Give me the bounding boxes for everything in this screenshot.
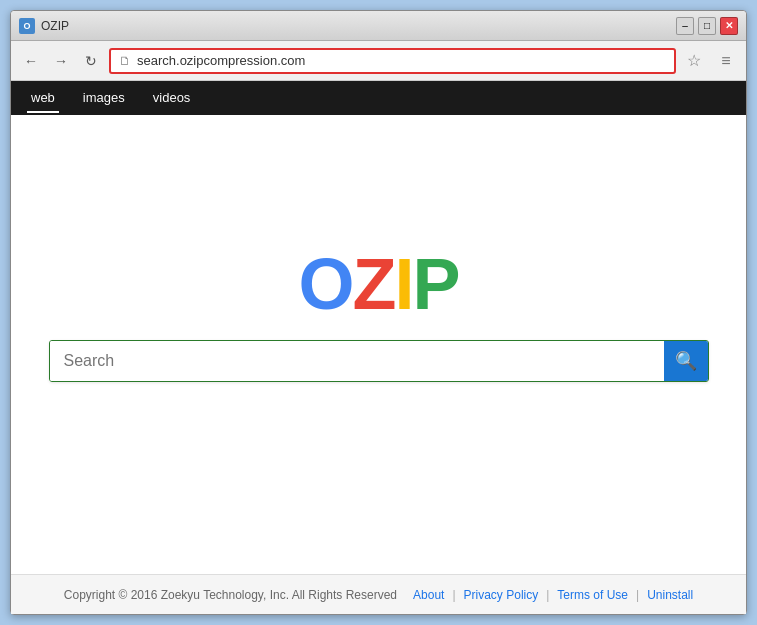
search-container: 🔍 bbox=[49, 340, 709, 382]
forward-button[interactable]: → bbox=[49, 49, 73, 73]
logo-o: O bbox=[298, 244, 352, 324]
title-bar-left: O OZIP bbox=[19, 18, 69, 34]
browser-window: O OZIP – □ ✕ ← → ↻ 🗋 ☆ ≡ web images vide… bbox=[10, 10, 747, 615]
bookmark-icon[interactable]: ☆ bbox=[682, 49, 706, 73]
footer-copyright: Copyright © 2016 Zoekyu Technology, Inc.… bbox=[64, 588, 397, 602]
main-content: OZIP 🔍 bbox=[11, 115, 746, 574]
title-bar: O OZIP – □ ✕ bbox=[11, 11, 746, 41]
search-input[interactable] bbox=[50, 341, 664, 381]
address-right: ☆ ≡ bbox=[682, 49, 738, 73]
window-controls: – □ ✕ bbox=[676, 17, 738, 35]
menu-icon[interactable]: ≡ bbox=[714, 49, 738, 73]
address-bar: ← → ↻ 🗋 ☆ ≡ bbox=[11, 41, 746, 81]
back-button[interactable]: ← bbox=[19, 49, 43, 73]
page-icon: 🗋 bbox=[119, 54, 131, 68]
maximize-button[interactable]: □ bbox=[698, 17, 716, 35]
nav-tab-web[interactable]: web bbox=[27, 84, 59, 113]
refresh-button[interactable]: ↻ bbox=[79, 49, 103, 73]
nav-tab-videos[interactable]: videos bbox=[149, 84, 195, 113]
search-icon: 🔍 bbox=[675, 350, 697, 372]
address-input[interactable] bbox=[137, 53, 666, 68]
logo: OZIP bbox=[298, 248, 458, 320]
search-button[interactable]: 🔍 bbox=[664, 341, 708, 381]
footer-link-uninstall[interactable]: Uninstall bbox=[647, 588, 693, 602]
close-button[interactable]: ✕ bbox=[720, 17, 738, 35]
footer: Copyright © 2016 Zoekyu Technology, Inc.… bbox=[11, 574, 746, 614]
logo-i: I bbox=[394, 244, 412, 324]
logo-p: P bbox=[412, 244, 458, 324]
minimize-button[interactable]: – bbox=[676, 17, 694, 35]
address-input-wrapper[interactable]: 🗋 bbox=[109, 48, 676, 74]
nav-tabs: web images videos bbox=[11, 81, 746, 115]
logo-z: Z bbox=[352, 244, 394, 324]
footer-link-privacy[interactable]: Privacy Policy bbox=[464, 588, 539, 602]
footer-link-about[interactable]: About bbox=[413, 588, 444, 602]
tab-icon: O bbox=[19, 18, 35, 34]
tab-label: OZIP bbox=[41, 19, 69, 33]
nav-tab-images[interactable]: images bbox=[79, 84, 129, 113]
footer-link-terms[interactable]: Terms of Use bbox=[557, 588, 628, 602]
